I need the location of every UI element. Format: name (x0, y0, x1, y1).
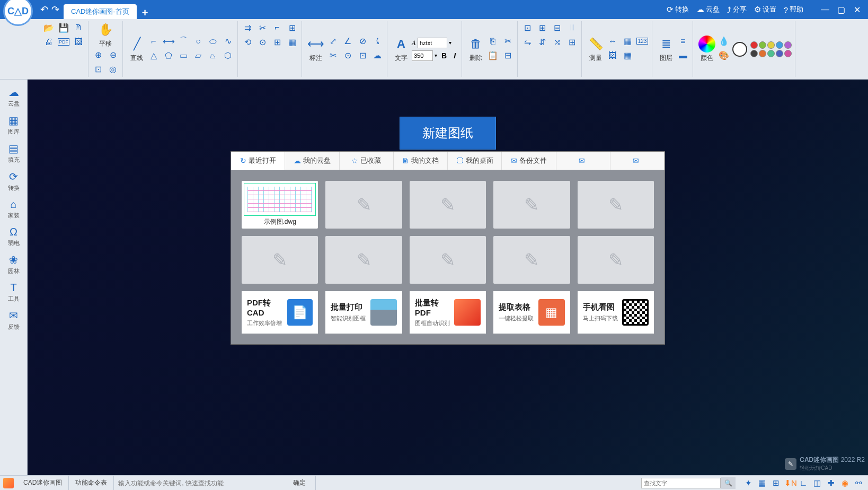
color-swatch-9[interactable] (784, 50, 792, 57)
mirror-h-icon[interactable]: ⇋ (521, 36, 534, 48)
close-button[interactable]: ✕ (849, 0, 865, 19)
color-swatch-5[interactable] (750, 50, 758, 57)
zoom-window-icon[interactable]: ⊡ (92, 63, 104, 75)
color-swatch-6[interactable] (759, 50, 766, 57)
array-icon[interactable]: ⊟ (551, 21, 563, 34)
open-icon[interactable]: 📂 (42, 21, 55, 34)
fontsize-input[interactable] (412, 50, 433, 61)
revision-icon[interactable]: ☁ (371, 49, 384, 62)
measure-icon[interactable]: 📏 (587, 36, 604, 52)
osnap-icon[interactable]: ◫ (812, 478, 822, 488)
palette-icon[interactable]: 🎨 (718, 49, 730, 62)
color-wheel-icon[interactable] (698, 36, 715, 52)
dimension-icon[interactable]: ⟷ (162, 35, 175, 48)
command-input[interactable] (114, 476, 284, 490)
zoom-in-icon[interactable]: ⊕ (92, 48, 104, 61)
insert-icon[interactable]: ⊞ (536, 21, 548, 34)
home-tab-7[interactable]: ✉ (610, 152, 665, 170)
find-text-input[interactable] (641, 478, 721, 488)
layer-icon[interactable]: ≣ (658, 36, 675, 52)
current-color-swatch[interactable] (732, 42, 747, 57)
dim-angular-icon[interactable]: ∠ (341, 35, 354, 48)
promo-1[interactable]: 批量打印智能识别图框 (325, 291, 402, 334)
link-icon[interactable]: ⚯ (853, 478, 864, 488)
annotate-icon[interactable]: ⟷ (307, 36, 324, 52)
cut-icon[interactable]: ✂ (501, 35, 514, 48)
color-swatch-0[interactable] (750, 41, 758, 49)
share-button[interactable]: ⤴分享 (727, 5, 747, 14)
explode-icon[interactable]: ⊞ (271, 36, 284, 48)
home-tab-4[interactable]: 🖵我的桌面 (448, 152, 502, 170)
lineweight-icon[interactable]: ▬ (677, 49, 689, 62)
home-tab-0[interactable]: ↻最近打开 (231, 152, 285, 170)
scale-icon[interactable]: ⊙ (256, 36, 269, 48)
triangle-icon[interactable]: △ (147, 49, 160, 62)
paste-icon[interactable]: 📋 (486, 49, 499, 62)
save-icon[interactable]: 💾 (57, 21, 70, 34)
color-swatch-2[interactable] (767, 41, 775, 49)
file-tile-7[interactable]: ✎ (410, 236, 486, 284)
dist-icon[interactable]: ↔ (606, 35, 619, 48)
zoom-extents-icon[interactable]: ◎ (107, 63, 119, 75)
canvas-area[interactable]: 新建图纸 ↻最近打开☁我的云盘☆已收藏🗎我的文档🖵我的桌面✉备份文件✉✉ 示例图… (28, 80, 868, 475)
minimize-button[interactable]: — (817, 0, 833, 19)
home-tab-1[interactable]: ☁我的云盘 (285, 152, 339, 170)
fillet-icon[interactable]: ⌐ (271, 21, 284, 34)
settings-button[interactable]: ⚙设置 (754, 5, 776, 14)
pentagon-icon[interactable]: ⬠ (162, 49, 175, 62)
dim-cont-icon[interactable]: ⊡ (356, 49, 369, 62)
confirm-button[interactable]: 确定 (284, 476, 316, 490)
text-icon[interactable]: A (393, 36, 410, 52)
home-tab-6[interactable]: ✉ (556, 152, 610, 170)
file-tile-9[interactable]: ✎ (578, 236, 654, 284)
rotate-icon[interactable]: ⟲ (241, 36, 254, 48)
delete-icon[interactable]: 🗑 (467, 36, 484, 52)
arc-icon[interactable]: ⌒ (177, 35, 190, 48)
new-drawing-button[interactable]: 新建图纸 (400, 117, 496, 150)
mirror-v-icon[interactable]: ⇵ (536, 36, 548, 48)
promo-2[interactable]: 批量转PDF图框自动识别 (410, 291, 486, 334)
hatch-icon[interactable]: ▦ (286, 36, 298, 48)
file-tile-4[interactable]: ✎ (578, 181, 654, 229)
rect-icon[interactable]: ▭ (177, 49, 190, 62)
group-icon[interactable]: ⊞ (565, 36, 578, 48)
promo-3[interactable]: 提取表格一键轻松提取▦ (493, 291, 570, 334)
sidebar-item-7[interactable]: T工具 (0, 278, 27, 306)
eyedropper-icon[interactable]: 💧 (718, 35, 730, 48)
file-tile-6[interactable]: ✎ (325, 236, 402, 284)
maximize-button[interactable]: ▢ (833, 0, 849, 19)
dim-radius-icon[interactable]: ⊘ (356, 35, 369, 48)
perp-icon[interactable]: ∟ (798, 478, 809, 488)
sidebar-item-0[interactable]: ☁云盘 (0, 83, 27, 111)
home-tab-2[interactable]: ☆已收藏 (340, 152, 394, 170)
image-icon[interactable]: 🖼 (72, 36, 85, 48)
statusbar-app-icon[interactable] (3, 478, 14, 488)
snap-icon[interactable]: ✦ (743, 478, 754, 488)
polyline-icon[interactable]: ⌐ (147, 35, 160, 48)
linetype-icon[interactable]: ≡ (677, 35, 689, 48)
pan-icon[interactable]: ✋ (97, 21, 114, 38)
pdf-icon[interactable]: PDF (57, 36, 70, 48)
color-swatch-1[interactable] (759, 41, 766, 49)
table-icon[interactable]: ▦ (621, 49, 634, 62)
sidebar-item-8[interactable]: ✉反馈 (0, 306, 27, 334)
grid2-icon[interactable]: ⊞ (770, 478, 781, 488)
trapezoid-icon[interactable]: ⏢ (207, 49, 219, 62)
sidebar-item-4[interactable]: ⌂家装 (0, 195, 27, 223)
file-tile-3[interactable]: ✎ (493, 181, 570, 229)
circle-icon[interactable]: ○ (192, 35, 205, 48)
file-tile-5[interactable]: ✎ (242, 236, 318, 284)
flip-icon[interactable]: ⤭ (551, 36, 563, 48)
align-icon[interactable]: ⫴ (565, 21, 578, 34)
color-swatch-3[interactable] (776, 41, 783, 49)
command-table-button[interactable]: 功能命令表 (69, 476, 114, 490)
sidebar-item-5[interactable]: Ω弱电 (0, 223, 27, 250)
file-tile-2[interactable]: ✎ (410, 181, 486, 229)
convert-button[interactable]: ⟳转换 (667, 5, 689, 14)
copy-icon[interactable]: ⎘ (486, 35, 499, 48)
leader-icon[interactable]: ⤹ (371, 35, 384, 48)
file-tile-8[interactable]: ✎ (493, 236, 570, 284)
italic-button[interactable]: I (451, 50, 458, 61)
promo-4[interactable]: 手机看图马上扫码下载 (578, 291, 654, 334)
bold-button[interactable]: B (439, 50, 449, 61)
